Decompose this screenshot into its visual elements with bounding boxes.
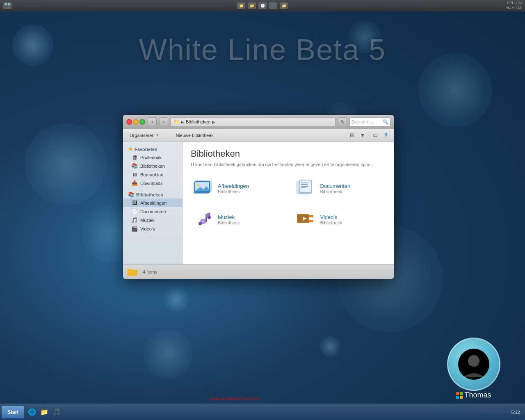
taskbar-browser-icon[interactable]: 🌐 xyxy=(26,406,38,418)
sidebar-item-documenten[interactable]: 📄 Documenten xyxy=(123,207,182,216)
organize-label: Organiseren xyxy=(130,133,155,138)
documenten-info: Documenten Bibliotheek xyxy=(320,183,351,194)
window-close-button[interactable] xyxy=(126,119,132,125)
topbar-icon-folder2[interactable]: 📂 xyxy=(248,2,256,9)
sidebar-item-downloads[interactable]: 📥 Downloads xyxy=(123,179,182,187)
taskbar-music-icon[interactable]: 🎵 xyxy=(50,406,63,418)
muziek-sidebar-label: Muziek xyxy=(140,218,155,223)
favorites-star-icon: ★ xyxy=(128,146,133,152)
window-chrome: ‹ › 📁 ▶ Bibliotheken ▶ ↻ Zoeken in ... 🔍 xyxy=(123,115,394,129)
topbar-icon-music[interactable]: 🎵 xyxy=(269,2,277,9)
new-library-label: Nieuwe bibliotheek xyxy=(176,133,213,138)
sidebar-item-afbeeldingen[interactable]: 🖼 Afbeeldingen xyxy=(123,199,182,207)
svg-rect-13 xyxy=(301,184,308,185)
bottom-watermark: www.windows7en.com xyxy=(210,396,259,401)
nav-buttons xyxy=(126,119,145,125)
address-refresh-button[interactable]: ↻ xyxy=(338,117,347,126)
svg-rect-35 xyxy=(456,396,459,399)
afbeeldingen-sidebar-label: Afbeeldingen xyxy=(140,201,167,205)
windows-logo-icon xyxy=(456,392,463,399)
library-item-videos[interactable]: Video's Bibliotheek xyxy=(293,207,386,232)
toolbar-right: ⊞ ▼ ▭ ? xyxy=(347,131,390,140)
svg-point-6 xyxy=(197,184,199,186)
nav-forward-button[interactable]: › xyxy=(159,117,168,126)
bibliotheken-fav-label: Bibliotheken xyxy=(140,164,165,169)
address-bar[interactable]: 📁 ▶ Bibliotheken ▶ xyxy=(171,117,336,126)
view-grid-button[interactable]: ⊞ xyxy=(347,131,356,140)
library-item-afbeeldingen[interactable]: Afbeeldingen Bibliotheek xyxy=(191,176,283,201)
bokeh-4 xyxy=(164,287,189,312)
svg-rect-33 xyxy=(456,392,459,395)
address-path: Bibliotheken xyxy=(186,119,210,124)
help-button[interactable]: ? xyxy=(381,131,390,140)
videos-type: Bibliotheek xyxy=(320,220,342,225)
view-arrow-button[interactable]: ▼ xyxy=(358,131,367,140)
sidebar-item-bureaublad[interactable]: 🖥 Bureaublad xyxy=(123,170,182,179)
sidebar-item-muziek[interactable]: 🎵 Muziek xyxy=(123,216,182,224)
bureaublad-label: Bureaublad xyxy=(140,172,163,177)
sidebar: ★ Favorieten 🗑 Prullenbak 📚 Bibliotheken… xyxy=(123,142,183,264)
svg-rect-26 xyxy=(309,215,313,217)
content-subtitle: U kunt een bibliotheek gebruiken om uw b… xyxy=(191,162,386,168)
videos-name: Video's xyxy=(320,214,342,220)
user-area: Thomas xyxy=(447,338,500,399)
organize-button[interactable]: Organiseren ▼ xyxy=(126,132,162,139)
svg-rect-0 xyxy=(5,3,7,5)
top-bar: 📁 📂 🕐 🎵 📁 CPU | 20 RAM | 33 xyxy=(0,0,525,11)
topbar-icon-folder3[interactable]: 📁 xyxy=(280,2,288,9)
videos-sidebar-label: Video's xyxy=(140,226,155,231)
user-name-row: Thomas xyxy=(456,391,491,399)
libraries-header: 📚 Bibliotheken xyxy=(123,190,182,199)
documenten-name: Documenten xyxy=(320,183,351,189)
sidebar-item-prullenbak[interactable]: 🗑 Prullenbak xyxy=(123,153,182,162)
bokeh-2 xyxy=(25,123,107,205)
cpu-info: CPU | 20 RAM | 33 xyxy=(507,1,522,10)
search-box[interactable]: Zoeken in ... 🔍 xyxy=(349,117,390,126)
videos-info: Video's Bibliotheek xyxy=(320,214,342,225)
favorites-header: ★ Favorieten xyxy=(123,144,182,153)
sidebar-item-bibliotheken-fav[interactable]: 📚 Bibliotheken xyxy=(123,162,182,170)
library-item-muziek[interactable]: Muziek Bibliotheek xyxy=(191,207,283,232)
sidebar-item-videos[interactable]: 🎬 Video's xyxy=(123,224,182,233)
window-maximize-button[interactable] xyxy=(139,119,145,125)
content-area: Bibliotheken U kunt een bibliotheek gebr… xyxy=(183,142,394,264)
nav-back-button[interactable]: ‹ xyxy=(148,117,157,126)
search-placeholder: Zoeken in ... xyxy=(352,120,374,124)
muziek-type: Bibliotheek xyxy=(218,220,240,225)
address-arrow1: ▶ xyxy=(181,120,184,124)
watermark-text: www.windows7en.com xyxy=(210,396,259,401)
svg-point-20 xyxy=(208,216,211,219)
taskbar-right: 5:12 xyxy=(511,410,523,415)
taskbar-time: 5:12 xyxy=(511,410,520,415)
bokeh-8 xyxy=(320,336,340,357)
start-button[interactable]: Start xyxy=(2,406,24,418)
top-bar-left xyxy=(3,2,11,9)
videos-icon xyxy=(295,209,316,230)
preview-pane-button[interactable]: ▭ xyxy=(371,131,380,140)
bokeh-9 xyxy=(144,330,193,379)
taskbar-explorer-icon[interactable]: 📁 xyxy=(38,406,50,418)
content-title: Bibliotheken xyxy=(191,148,386,159)
documenten-type: Bibliotheek xyxy=(320,189,351,194)
muziek-info: Muziek Bibliotheek xyxy=(218,214,240,225)
search-icon: 🔍 xyxy=(383,119,388,125)
bokeh-5 xyxy=(418,53,492,127)
prullenbak-label: Prullenbak xyxy=(140,155,162,160)
svg-rect-34 xyxy=(460,392,463,395)
top-bar-center: 📁 📂 🕐 🎵 📁 xyxy=(237,2,288,9)
topbar-icon-clock[interactable]: 🕐 xyxy=(258,2,267,9)
user-name: Thomas xyxy=(464,391,491,399)
toolbar-divider xyxy=(167,131,167,139)
topbar-icon-folder[interactable]: 📁 xyxy=(237,2,245,9)
libraries-icon: 📚 xyxy=(128,192,135,198)
new-library-button[interactable]: Nieuwe bibliotheek xyxy=(172,132,217,139)
address-arrow2: ▶ xyxy=(212,120,215,124)
window-minimize-button[interactable] xyxy=(133,119,139,125)
user-avatar xyxy=(447,338,500,391)
svg-rect-30 xyxy=(128,270,137,276)
bokeh-1 xyxy=(12,25,53,66)
top-bar-app-icon[interactable] xyxy=(3,2,11,9)
library-item-documenten[interactable]: Documenten Bibliotheek xyxy=(293,176,386,201)
afbeeldingen-info: Afbeeldingen Bibliotheek xyxy=(218,183,249,194)
svg-point-18 xyxy=(203,221,204,222)
